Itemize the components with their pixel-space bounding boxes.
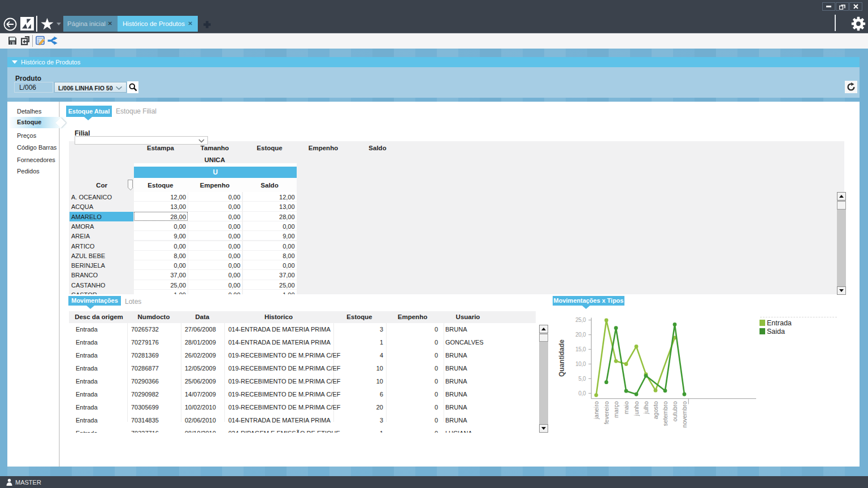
svg-text:setembro: setembro xyxy=(662,401,669,426)
svg-text:Quantidade: Quantidade xyxy=(558,339,566,377)
svg-text:julho: julho xyxy=(643,401,649,414)
svg-text:0,0: 0,0 xyxy=(578,390,586,396)
svg-text:março: março xyxy=(613,401,619,417)
svg-text:fevereiro: fevereiro xyxy=(603,401,610,424)
svg-text:novembro: novembro xyxy=(681,401,688,428)
svg-text:junho: junho xyxy=(633,401,640,416)
svg-text:maio: maio xyxy=(623,401,630,414)
svg-text:25,0: 25,0 xyxy=(575,317,586,323)
svg-text:agosto: agosto xyxy=(652,401,659,419)
svg-text:10,0: 10,0 xyxy=(575,361,586,367)
svg-text:5,0: 5,0 xyxy=(578,376,586,382)
svg-text:20,0: 20,0 xyxy=(575,332,586,338)
svg-text:janeiro: janeiro xyxy=(593,401,600,420)
svg-text:15,0: 15,0 xyxy=(575,346,586,352)
svg-text:outubro: outubro xyxy=(671,401,678,421)
